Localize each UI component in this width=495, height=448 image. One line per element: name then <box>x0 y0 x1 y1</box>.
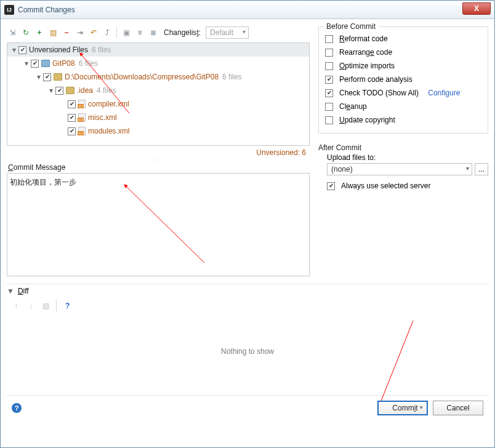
checkbox[interactable] <box>43 73 51 81</box>
move-icon[interactable]: ⇥ <box>74 27 86 38</box>
before-commit-legend: Before Commit <box>324 22 378 31</box>
checkbox-reformat[interactable] <box>325 35 333 43</box>
upload-browse-button[interactable]: ... <box>475 163 488 175</box>
content: ⇲ ↻ + ▤ − ⇥ ↶ ⤴ ▣ ≡ ≣ Changelist: Defaul… <box>1 19 494 447</box>
chevron-down-icon[interactable]: ▾ <box>47 86 55 95</box>
after-commit-legend: After Commit <box>318 141 488 153</box>
add-icon[interactable]: + <box>34 27 45 38</box>
tree-row[interactable]: ▾ modules.xml <box>7 124 309 138</box>
commit-dialog: IJ Commit Changes X ⇲ ↻ + ▤ − ⇥ ↶ ⤴ ▣ ≡ … <box>0 0 495 448</box>
changelist-label: Changelist: <box>164 28 201 37</box>
checkbox[interactable] <box>18 46 26 54</box>
window-title: Commit Changes <box>18 6 75 14</box>
before-commit-group: Before Commit Reformat code Rearrange co… <box>318 26 488 134</box>
jump-icon[interactable]: ⤴ <box>102 27 113 38</box>
configure-link[interactable]: Configure <box>428 89 460 97</box>
node-label: GitP08 <box>52 59 75 68</box>
prev-diff-icon[interactable]: ↑ <box>10 300 22 311</box>
chevron-down-icon[interactable]: ▾ <box>34 73 43 81</box>
opt-cleanup: Cleanup <box>339 102 367 111</box>
opt-todo: Check TODO (Show All) <box>339 89 419 97</box>
tree-row[interactable]: ▾ misc.xml <box>7 111 309 124</box>
xml-file-icon <box>78 127 86 135</box>
checkbox-always-server[interactable] <box>327 182 335 190</box>
titlebar: IJ Commit Changes X <box>1 1 494 19</box>
upload-select[interactable]: (none) <box>327 163 472 175</box>
node-meta: 4 files <box>97 86 116 95</box>
tree-row[interactable]: ▾ compiler.xml <box>7 97 309 111</box>
checkbox-copyright[interactable] <box>325 116 333 124</box>
node-label: Unversioned Files <box>29 46 88 54</box>
checkbox-analysis[interactable] <box>325 76 333 84</box>
checkbox-optimize[interactable] <box>325 62 333 70</box>
folder-icon <box>66 87 74 94</box>
chevron-down-icon[interactable]: ▾ <box>10 46 18 54</box>
xml-file-icon <box>78 113 86 122</box>
node-meta: 6 files <box>92 46 111 54</box>
upper-area: ⇲ ↻ + ▤ − ⇥ ↶ ⤴ ▣ ≡ ≣ Changelist: Defaul… <box>7 25 488 276</box>
files-tree[interactable]: ▾ Unversioned Files 6 files ▾ GitP08 6 f… <box>7 42 310 146</box>
diff-toolbar: ↑ ↓ ▤ ? <box>7 295 488 311</box>
right-column: Before Commit Reformat code Rearrange co… <box>318 25 488 276</box>
module-icon <box>41 60 50 67</box>
checkbox[interactable] <box>55 87 63 95</box>
opt-copyright: Update copyright <box>339 116 395 124</box>
remove-icon[interactable]: − <box>61 27 72 38</box>
node-label: compiler.xml <box>88 100 129 108</box>
xml-file-icon <box>78 100 86 108</box>
left-column: ⇲ ↻ + ▤ − ⇥ ↶ ⤴ ▣ ≡ ≣ Changelist: Defaul… <box>7 25 310 276</box>
footer: ? Commit Cancel <box>7 395 488 420</box>
checkbox-rearrange[interactable] <box>325 49 333 57</box>
tree-row[interactable]: ▾ GitP08 6 files <box>7 57 309 70</box>
node-label: misc.xml <box>88 113 117 122</box>
expand-icon[interactable]: ≡ <box>134 27 145 38</box>
opt-rearrange: Rearrange code <box>339 48 392 57</box>
status-unversioned: Unversioned: 6 <box>7 146 310 157</box>
opt-always-server: Always use selected server <box>341 182 430 190</box>
group-icon[interactable]: ▣ <box>121 27 132 38</box>
show-diff-icon[interactable]: ⇲ <box>7 27 18 38</box>
diff-section: ▼ Diff ↑ ↓ ▤ ? Nothing to show <box>7 284 488 391</box>
chevron-down-icon[interactable]: ▼ <box>7 287 14 295</box>
changelist-select[interactable]: Default <box>206 26 249 39</box>
after-commit-group: After Commit Upload files to: (none) ...… <box>318 141 488 193</box>
node-label: .idea <box>77 86 93 95</box>
node-label: modules.xml <box>88 127 129 135</box>
diff-nothing: Nothing to show <box>221 347 274 356</box>
diff-label: Diff <box>18 287 29 295</box>
separator-icon <box>116 27 117 38</box>
checkbox-cleanup[interactable] <box>325 103 333 111</box>
collapse-icon[interactable]: ≣ <box>148 27 159 38</box>
opt-optimize: Optimize imports <box>339 62 395 70</box>
node-meta: 6 files <box>222 73 241 81</box>
checkbox[interactable] <box>68 114 76 122</box>
commit-message-input[interactable]: 初始化项目，第一步 <box>7 173 310 276</box>
diff-body: Nothing to show <box>7 311 488 391</box>
help-button[interactable]: ? <box>12 403 22 413</box>
refresh-icon[interactable]: ↻ <box>20 27 31 38</box>
folder-icon <box>54 73 62 81</box>
chevron-down-icon[interactable]: ▾ <box>22 59 31 68</box>
svg-line-1 <box>124 185 204 263</box>
node-meta: 6 files <box>79 59 98 68</box>
help-icon[interactable]: ? <box>65 302 70 310</box>
close-button[interactable]: X <box>462 2 491 15</box>
upload-label: Upload files to: <box>327 153 488 162</box>
commit-message-label: Commit Message <box>7 161 310 173</box>
cancel-button[interactable]: Cancel <box>433 401 483 415</box>
commit-button[interactable]: Commit <box>377 401 428 415</box>
next-diff-icon[interactable]: ↓ <box>25 300 36 311</box>
new-changelist-icon[interactable]: ▤ <box>47 27 58 38</box>
checkbox[interactable] <box>31 60 39 68</box>
diff-header[interactable]: ▼ Diff <box>7 284 488 295</box>
tree-row[interactable]: ▾ .idea 4 files <box>7 84 309 97</box>
rollback-icon[interactable]: ↶ <box>88 27 99 38</box>
tree-row[interactable]: ▾ D:\Documents\Downloads\Compressed\GitP… <box>7 70 309 84</box>
checkbox-todo[interactable] <box>325 89 333 97</box>
tree-row-unversioned[interactable]: ▾ Unversioned Files 6 files <box>7 43 309 57</box>
checkbox[interactable] <box>68 100 76 108</box>
diff-settings-icon[interactable]: ▤ <box>40 300 51 311</box>
checkbox[interactable] <box>68 127 76 135</box>
commit-message-text: 初始化项目，第一步 <box>10 178 76 186</box>
node-label: D:\Documents\Downloads\Compressed\GitP08 <box>65 73 219 81</box>
